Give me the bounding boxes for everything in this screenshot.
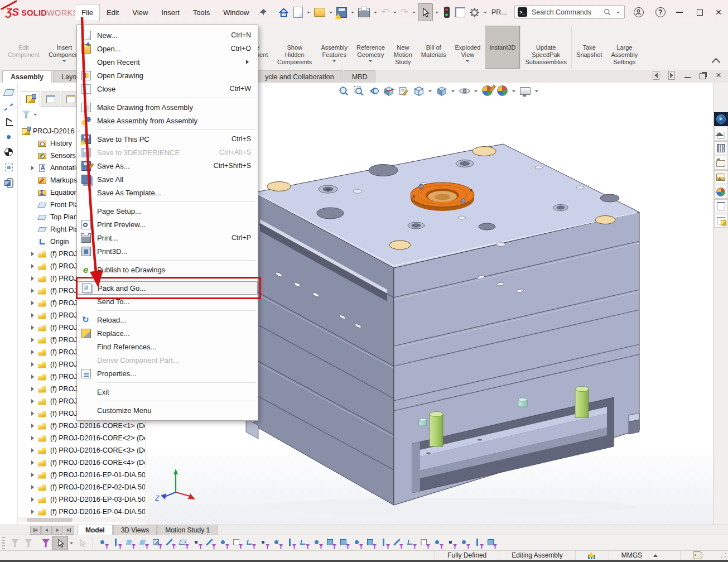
file-menu-item[interactable] <box>97 310 255 311</box>
search-input[interactable] <box>531 8 600 17</box>
previous-document-button[interactable] <box>652 71 660 79</box>
ribbon-button[interactable]: Instant3D <box>485 26 520 69</box>
interference-detection-button[interactable] <box>441 4 453 21</box>
clear-all-filters-icon[interactable] <box>25 539 32 547</box>
task-pane-home-button[interactable] <box>714 127 728 141</box>
section-view-icon[interactable] <box>382 84 396 98</box>
toolbar-drag-handle[interactable] <box>2 537 5 549</box>
previous-tab-button[interactable] <box>41 526 52 535</box>
tree-expand-icon[interactable] <box>31 362 38 367</box>
tree-expand-icon[interactable] <box>31 301 38 305</box>
filter-type-button[interactable] <box>326 539 336 548</box>
filter-type-button[interactable] <box>219 539 229 548</box>
tree-expand-icon[interactable] <box>31 460 38 465</box>
annotation-visibility-icon[interactable] <box>397 84 411 98</box>
file-menu-item[interactable]: Open Recent <box>77 55 258 69</box>
unit-system[interactable]: MMGS <box>609 551 680 560</box>
command-tab[interactable]: ycle and Collaboration <box>257 70 343 84</box>
tree-expand-icon[interactable] <box>31 411 38 416</box>
save-button[interactable] <box>335 4 349 21</box>
command-tab[interactable]: MBD <box>344 70 376 84</box>
filter-type-button[interactable] <box>126 539 135 548</box>
filter-type-button[interactable] <box>340 539 349 548</box>
menu-bar-item[interactable]: Window <box>216 4 255 21</box>
select-cursor-button[interactable] <box>52 536 68 550</box>
new-document-button[interactable] <box>292 4 305 21</box>
view-orientation-dropdown-icon[interactable] <box>428 90 432 94</box>
tree-expand-icon[interactable] <box>31 497 38 502</box>
file-menu-item[interactable]: Publish to eDrawings <box>77 263 258 276</box>
coordinate-system-icon[interactable] <box>3 117 15 128</box>
ribbon-button[interactable]: Bill of Materials <box>417 26 451 69</box>
ribbon-dropdown-icon[interactable] <box>466 60 469 64</box>
file-menu-item[interactable]: Print... Ctrl+P <box>77 231 258 244</box>
filter-type-button[interactable] <box>246 539 255 548</box>
tree-expand-icon[interactable] <box>31 289 38 293</box>
tree-horizontal-scrollbar[interactable] <box>18 517 144 522</box>
undo-button[interactable] <box>379 4 390 21</box>
filter-type-button[interactable] <box>233 539 242 548</box>
first-tab-button[interactable] <box>30 526 41 535</box>
filter-type-button[interactable] <box>192 539 202 548</box>
filter-type-button[interactable] <box>166 539 175 548</box>
help-button[interactable] <box>654 6 667 19</box>
home-button[interactable] <box>276 4 291 21</box>
file-menu-item[interactable]: Make Drawing from Assembly <box>77 100 258 114</box>
minimize-document-button[interactable] <box>683 71 691 79</box>
hide-show-items-icon[interactable] <box>457 84 471 98</box>
file-menu-item[interactable] <box>97 260 255 261</box>
tree-expand-icon[interactable] <box>31 387 38 391</box>
custom-properties-button[interactable] <box>714 199 728 213</box>
ribbon-button[interactable]: Edit Component <box>3 26 44 69</box>
save-dropdown-icon[interactable] <box>351 12 354 15</box>
tree-expand-icon[interactable] <box>31 374 38 379</box>
select-tool-button[interactable] <box>418 3 433 21</box>
solidworks-add-ins-button[interactable] <box>714 214 728 228</box>
restore-document-button[interactable] <box>699 71 707 79</box>
tree-item[interactable]: (f) PROJ-D2016-EP-02-DIA.50x9.4 <box>18 481 145 493</box>
edit-appearance-icon[interactable] <box>480 84 494 98</box>
file-menu-item[interactable]: Page Setup... <box>77 204 258 218</box>
tree-expand-icon[interactable] <box>31 252 38 256</box>
tree-expand-icon[interactable] <box>31 485 38 489</box>
tree-item[interactable]: (f) PROJ-D2016-CORE<4> (Defau <box>18 457 145 469</box>
undo-dropdown-icon[interactable] <box>393 12 397 15</box>
model-tab[interactable]: Motion Study 1 <box>157 525 218 535</box>
tree-item[interactable]: (f) PROJ-D2016-CORE<2> (Defau <box>18 432 145 444</box>
filter-type-button[interactable] <box>300 539 309 548</box>
last-tab-button[interactable] <box>64 526 74 535</box>
file-menu-item[interactable]: Exit <box>77 385 258 398</box>
filter-type-button[interactable] <box>420 539 430 548</box>
tree-expand-icon[interactable] <box>31 338 38 342</box>
filter-type-button[interactable] <box>259 539 269 548</box>
tree-expand-icon[interactable] <box>31 424 38 428</box>
design-library-button[interactable] <box>714 141 728 155</box>
filter-type-button[interactable] <box>433 539 443 548</box>
ribbon-button[interactable]: Take Snapshot <box>571 26 606 69</box>
select-cursor-dropdown-icon[interactable] <box>70 542 73 546</box>
filter-type-button[interactable] <box>206 539 215 548</box>
3dexperience-button[interactable] <box>714 112 728 126</box>
filter-type-button[interactable] <box>286 539 296 548</box>
file-menu-item[interactable]: Customize Menu <box>77 404 258 417</box>
settings-gear-button[interactable] <box>467 4 481 21</box>
featuremanager-tab[interactable] <box>21 92 40 107</box>
filter-type-button[interactable] <box>380 539 389 548</box>
display-style-icon[interactable] <box>435 84 449 98</box>
file-menu-item[interactable]: Open... Ctrl+O <box>77 42 258 55</box>
close-document-button[interactable] <box>715 71 722 79</box>
filter-type-button[interactable] <box>99 539 108 548</box>
filter-type-button[interactable] <box>367 539 376 548</box>
search-icon[interactable] <box>604 8 611 16</box>
pin-menu-icon[interactable] <box>259 8 267 17</box>
tree-expand-icon[interactable] <box>31 436 38 440</box>
minimize-window-button[interactable] <box>673 6 686 19</box>
file-menu-item[interactable] <box>97 382 255 383</box>
file-menu-item[interactable] <box>97 278 255 279</box>
menu-bar-item[interactable]: Insert <box>155 4 186 21</box>
select-dropdown-icon[interactable] <box>435 12 438 15</box>
filter-type-button[interactable] <box>179 539 189 548</box>
previous-view-icon[interactable] <box>367 84 380 98</box>
filter-type-button[interactable] <box>487 539 496 548</box>
tree-expand-icon[interactable] <box>31 313 38 318</box>
